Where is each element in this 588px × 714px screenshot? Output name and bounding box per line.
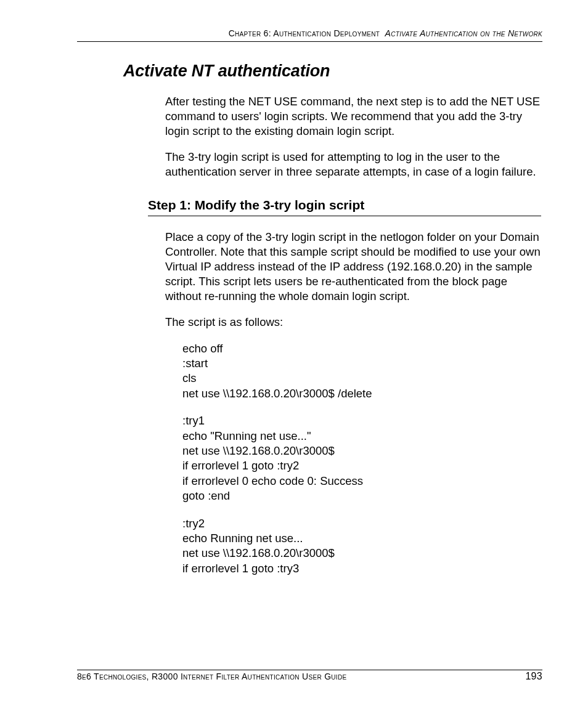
- step1-para-2: The script is as follows:: [165, 315, 541, 330]
- header-section: Activate Authentication on the Network: [385, 28, 542, 38]
- script-line: :try1: [182, 413, 541, 428]
- step1-heading: Step 1: Modify the 3-try login script: [148, 198, 541, 216]
- intro-para-2: The 3-try login script is used for attem…: [165, 150, 541, 179]
- footer-rule: [77, 670, 542, 670]
- step1-para-1: Place a copy of the 3-try login script i…: [165, 230, 541, 304]
- script-line: net use \\192.168.0.20\r3000$: [182, 444, 541, 458]
- intro-para-1: After testing the NET USE command, the n…: [165, 94, 541, 139]
- script-line: if errorlevel 1 goto :try2: [182, 458, 541, 473]
- page-number: 193: [525, 671, 542, 682]
- script-block-3: :try2 echo Running net use... net use \\…: [182, 516, 541, 577]
- script-line: if errorlevel 1 goto :try3: [182, 561, 541, 576]
- script-line: goto :end: [182, 489, 541, 503]
- script-block-2: :try1 echo "Running net use..." net use …: [182, 413, 541, 503]
- script-line: :try2: [182, 516, 541, 531]
- script-line: :start: [182, 356, 541, 371]
- script-code: echo off :start cls net use \\192.168.0.…: [182, 341, 541, 577]
- script-line: echo Running net use...: [182, 531, 541, 546]
- page-header: Chapter 6: Authentication Deployment Act…: [77, 28, 542, 38]
- header-chapter: Chapter 6: Authentication Deployment: [229, 28, 380, 38]
- script-line: if errorlevel 0 echo code 0: Success: [182, 474, 541, 489]
- section-title: Activate NT authentication: [123, 62, 541, 81]
- header-rule: [77, 41, 542, 42]
- script-line: net use \\192.168.0.20\r3000$ /delete: [182, 386, 541, 401]
- intro-text: After testing the NET USE command, the n…: [165, 94, 541, 179]
- script-line: echo "Running net use...": [182, 429, 541, 444]
- content-area: Activate NT authentication After testing…: [123, 62, 541, 588]
- footer-text: 8e6 Technologies, R3000 Internet Filter …: [77, 671, 346, 681]
- script-line: cls: [182, 371, 541, 386]
- script-line: net use \\192.168.0.20\r3000$: [182, 546, 541, 561]
- script-line: echo off: [182, 341, 541, 356]
- step1-intro: Place a copy of the 3-try login script i…: [165, 230, 541, 330]
- script-block-1: echo off :start cls net use \\192.168.0.…: [182, 341, 541, 402]
- page-footer: 8e6 Technologies, R3000 Internet Filter …: [77, 671, 542, 682]
